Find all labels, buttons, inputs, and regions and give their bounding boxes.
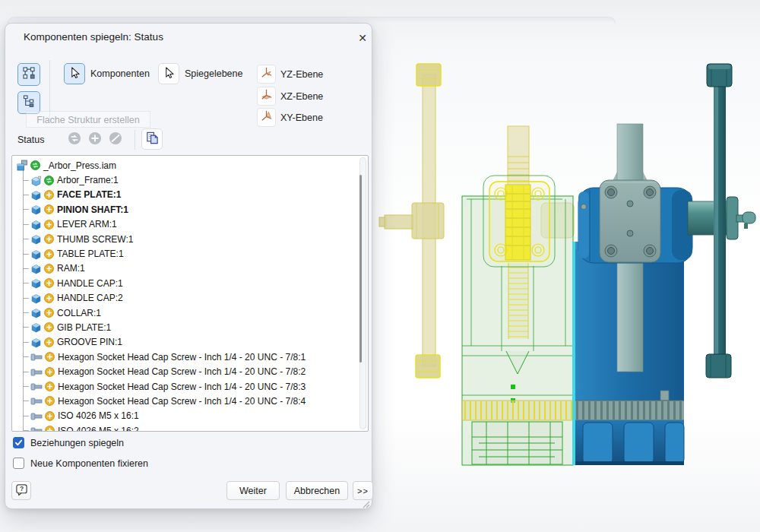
plane-triad-icon bbox=[259, 109, 274, 126]
add-status-icon bbox=[88, 131, 102, 148]
help-icon: ? bbox=[15, 483, 28, 499]
tree-connector bbox=[23, 268, 29, 269]
add-status-icon bbox=[44, 234, 54, 244]
part-pinned-icon bbox=[30, 175, 42, 186]
tree-item-label: _Arbor_Press.iam bbox=[43, 160, 116, 171]
tree-item[interactable]: COLLAR:1 bbox=[15, 306, 368, 320]
tree-connector bbox=[23, 283, 29, 283]
checkbox-neue-komponenten-fixieren[interactable]: Neue Komponenten fixieren bbox=[13, 458, 148, 469]
checkbox-label: Beziehungen spiegeln bbox=[30, 438, 124, 448]
tree-item-label: TABLE PLATE:1 bbox=[57, 249, 124, 259]
exclude-status-button[interactable] bbox=[106, 130, 125, 149]
bolt-icon bbox=[30, 396, 43, 406]
scrollbar-thumb[interactable] bbox=[359, 175, 362, 363]
tree-scrollbar[interactable] bbox=[359, 157, 366, 429]
bolt-icon bbox=[30, 411, 43, 421]
part-icon bbox=[30, 321, 42, 333]
add-status-icon bbox=[45, 411, 55, 421]
add-status-icon bbox=[45, 352, 55, 362]
spiegelebene-label: Spiegelebene bbox=[185, 68, 242, 79]
xz-plane-button[interactable] bbox=[257, 87, 276, 106]
checkbox-beziehungen-spiegeln[interactable]: Beziehungen spiegeln bbox=[13, 437, 124, 448]
bolt-icon bbox=[30, 367, 43, 377]
yz-plane-label: YZ-Ebene bbox=[280, 69, 323, 80]
tree-item[interactable]: GIB PLATE:1 bbox=[15, 320, 368, 334]
assembly-icon bbox=[17, 160, 28, 171]
mirror-status-button[interactable] bbox=[65, 130, 84, 149]
tree-item-label: Hexagon Socket Head Cap Screw - Inch 1/4… bbox=[58, 352, 306, 363]
tree-connector bbox=[23, 312, 29, 313]
tree-connector bbox=[23, 298, 29, 299]
checkbox-box[interactable] bbox=[13, 458, 24, 469]
tree-item[interactable]: PINION SHAFT:1 bbox=[15, 202, 368, 217]
tree-item[interactable]: Hexagon Socket Head Cap Screw - Inch 1/4… bbox=[15, 364, 368, 378]
associative-structure-button[interactable] bbox=[17, 63, 40, 86]
tree-item[interactable]: Hexagon Socket Head Cap Screw - Inch 1/4… bbox=[15, 394, 368, 408]
tree-item[interactable]: GROOVE PIN:1 bbox=[15, 335, 368, 350]
svg-text:?: ? bbox=[19, 485, 23, 492]
tree-item[interactable]: TABLE PLATE:1 bbox=[15, 246, 368, 261]
checkbox-box[interactable] bbox=[13, 437, 24, 448]
tree-item[interactable]: HANDLE CAP:2 bbox=[15, 291, 368, 306]
add-status-button[interactable] bbox=[85, 130, 104, 149]
part-icon bbox=[30, 189, 42, 201]
add-status-icon bbox=[44, 293, 54, 303]
tree-item-label: GROOVE PIN:1 bbox=[57, 337, 122, 347]
tree-connector bbox=[23, 430, 29, 431]
spiegelebene-select-button[interactable] bbox=[158, 63, 179, 84]
tree-item[interactable]: ISO 4026 M5 x 16:1 bbox=[15, 409, 368, 423]
yz-plane-button[interactable] bbox=[257, 65, 276, 84]
tree-item-label: COLLAR:1 bbox=[57, 308, 101, 318]
xy-plane-button[interactable] bbox=[257, 108, 276, 127]
tree-item[interactable]: Hexagon Socket Head Cap Screw - Inch 1/4… bbox=[15, 379, 368, 394]
mirror-components-dialog: Komponenten spiegeln: Status ✕ bbox=[5, 23, 372, 509]
tree-item-label: Hexagon Socket Head Cap Screw - Inch 1/4… bbox=[58, 366, 306, 377]
tree-item-label: GIB PLATE:1 bbox=[57, 322, 111, 333]
add-status-icon bbox=[45, 367, 55, 377]
tree-item[interactable]: THUMB SCREW:1 bbox=[15, 232, 368, 246]
tree-item[interactable]: Hexagon Socket Head Cap Screw - Inch 1/4… bbox=[15, 350, 368, 364]
mirror-status-icon bbox=[30, 160, 40, 170]
mirror-status-icon bbox=[68, 131, 81, 148]
copy-status-button[interactable] bbox=[141, 128, 163, 150]
copy-status-icon bbox=[145, 131, 160, 148]
tree-item[interactable]: HANDLE CAP:1 bbox=[15, 276, 368, 290]
tree-connector bbox=[23, 195, 29, 195]
help-button[interactable]: ? bbox=[11, 481, 31, 500]
plane-triad-icon bbox=[259, 65, 274, 83]
tree-item-label: ISO 4026 M5 x 16:2 bbox=[58, 426, 139, 432]
exclude-status-icon bbox=[109, 131, 122, 148]
part-icon bbox=[30, 219, 42, 230]
weiter-button[interactable]: Weiter bbox=[226, 481, 280, 500]
tree-item[interactable]: FACE PLATE:1 bbox=[15, 188, 368, 202]
add-status-icon bbox=[44, 322, 54, 332]
tree-connector bbox=[23, 209, 29, 210]
tree-item[interactable]: LEVER ARM:1 bbox=[15, 217, 368, 232]
resize-grip[interactable] bbox=[361, 498, 370, 511]
tree-item-label: LEVER ARM:1 bbox=[57, 219, 117, 230]
status-label: Status bbox=[17, 135, 44, 145]
tree-connector bbox=[23, 224, 29, 225]
part-icon bbox=[30, 204, 42, 215]
flat-structure-icon bbox=[22, 94, 36, 111]
part-icon bbox=[30, 263, 42, 274]
tree-connector bbox=[23, 239, 29, 239]
associative-structure-icon bbox=[22, 66, 36, 83]
bolt-icon bbox=[30, 382, 43, 391]
dialog-title: Komponenten spiegeln: Status bbox=[24, 31, 163, 43]
tree-item[interactable]: RAM:1 bbox=[15, 261, 368, 276]
tree-item[interactable]: Arbor_Frame:1 bbox=[15, 173, 368, 187]
tree-connector bbox=[23, 254, 29, 255]
tree-item-label: HANDLE CAP:1 bbox=[57, 278, 123, 289]
add-status-icon bbox=[44, 278, 54, 288]
add-status-icon bbox=[45, 426, 55, 432]
abbrechen-button[interactable]: Abbrechen bbox=[286, 481, 348, 500]
part-icon bbox=[30, 293, 42, 304]
status-divider bbox=[135, 130, 135, 150]
tree-item[interactable]: ISO 4026 M5 x 16:2 bbox=[15, 423, 368, 432]
close-icon[interactable]: ✕ bbox=[353, 29, 372, 47]
komponenten-select-button[interactable] bbox=[64, 63, 85, 84]
tree-item-label: THUMB SCREW:1 bbox=[57, 234, 133, 245]
component-status-tree[interactable]: _Arbor_Press.iamArbor_Frame:1FACE PLATE:… bbox=[11, 155, 369, 432]
tree-item[interactable]: _Arbor_Press.iam bbox=[15, 158, 368, 173]
